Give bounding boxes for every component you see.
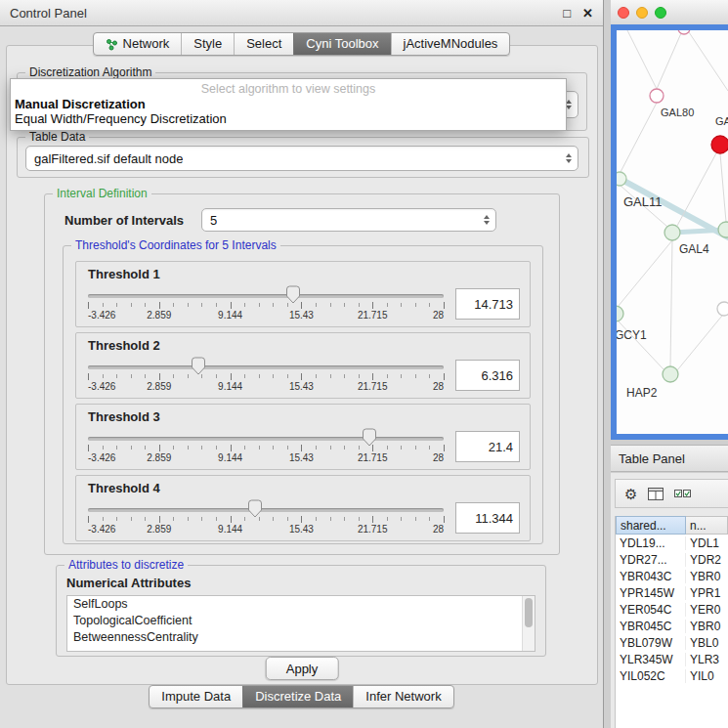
node-label: GA bbox=[715, 115, 728, 127]
cell-shared-name: YBL079W bbox=[616, 636, 686, 650]
network-view-window: GAL80GAGAL11GAL4GCY1HAP2 bbox=[611, 0, 728, 440]
window-title: Control Panel bbox=[10, 6, 87, 21]
table-row[interactable]: YDL19...YDL1 bbox=[616, 535, 728, 551]
tab-label: Select bbox=[246, 36, 281, 52]
control-panel-window: Control Panel □ ✕ Network Style bbox=[0, 0, 604, 728]
columns-icon[interactable] bbox=[648, 488, 664, 500]
tab-discretize-data[interactable]: Discretize Data bbox=[242, 686, 353, 707]
network-node[interactable] bbox=[664, 225, 680, 240]
network-canvas-border: GAL80GAGAL11GAL4GCY1HAP2 bbox=[611, 24, 728, 440]
float-window-icon[interactable]: □ bbox=[563, 6, 571, 21]
tick-label: 9.144 bbox=[218, 524, 242, 535]
table-data-select[interactable]: galFiltered.sif default node bbox=[25, 146, 578, 171]
tick-label: 28 bbox=[433, 310, 444, 321]
list-item[interactable]: TopologicalCoefficient bbox=[67, 613, 535, 629]
network-edge[interactable] bbox=[689, 32, 728, 91]
threshold-value-field[interactable]: 6.316 bbox=[455, 360, 520, 391]
network-edge[interactable] bbox=[677, 316, 722, 370]
table-row[interactable]: YBL079WYBL0 bbox=[616, 634, 728, 651]
apply-button[interactable]: Apply bbox=[266, 657, 339, 680]
algorithm-dropdown-popup: Select algorithm to view settings Manual… bbox=[10, 78, 567, 131]
number-of-intervals-label: Number of Intervals bbox=[64, 213, 184, 228]
tab-style[interactable]: Style bbox=[181, 33, 234, 55]
table-row[interactable]: YLR345WYLR3 bbox=[616, 651, 728, 667]
cell-shared-name: YBR043C bbox=[616, 570, 686, 583]
network-edge[interactable] bbox=[618, 240, 672, 307]
network-edge[interactable] bbox=[677, 151, 717, 226]
minimize-traffic-light-icon[interactable] bbox=[636, 7, 648, 19]
dropdown-option-equal-width-frequency[interactable]: Equal Width/Frequency Discretization bbox=[11, 111, 566, 126]
network-edge[interactable] bbox=[670, 240, 672, 366]
slider-track[interactable] bbox=[88, 508, 444, 512]
network-node[interactable] bbox=[663, 366, 678, 382]
table-row[interactable]: YBR043CYBR0 bbox=[616, 568, 728, 584]
dropdown-option-manual-discretization[interactable]: Manual Discretization bbox=[11, 97, 566, 111]
threshold-slider[interactable]: -3.4262.8599.14415.4321.71528 bbox=[88, 496, 444, 539]
tab-jactivemnodules[interactable]: jActiveMNodules bbox=[391, 33, 510, 55]
tab-network[interactable]: Network bbox=[94, 33, 182, 55]
threshold-value-field[interactable]: 14.713 bbox=[455, 288, 520, 320]
control-panel-titlebar: Control Panel □ ✕ bbox=[0, 0, 603, 26]
list-scrollbar[interactable] bbox=[522, 596, 535, 651]
tab-infer-network[interactable]: Infer Network bbox=[353, 686, 452, 707]
slider-track[interactable] bbox=[88, 437, 444, 441]
network-edge[interactable] bbox=[657, 33, 681, 89]
scrollbar-thumb[interactable] bbox=[525, 598, 533, 627]
combo-arrows-icon bbox=[566, 153, 572, 163]
threshold-slider[interactable]: -3.4262.8599.14415.4321.71528 bbox=[88, 425, 444, 468]
tab-label: Cyni Toolbox bbox=[306, 36, 378, 52]
column-header-name[interactable]: n... bbox=[686, 516, 728, 535]
slider-track[interactable] bbox=[88, 365, 444, 369]
zoom-traffic-light-icon[interactable] bbox=[655, 7, 666, 19]
network-edge[interactable] bbox=[621, 103, 657, 172]
network-node[interactable] bbox=[718, 222, 728, 237]
table-row[interactable]: YBR045CYBR0 bbox=[616, 618, 728, 634]
slider-tick-labels: -3.4262.8599.14415.4321.71528 bbox=[88, 452, 444, 464]
network-node[interactable] bbox=[678, 30, 690, 34]
tick-label: 2.859 bbox=[147, 524, 171, 535]
network-node[interactable] bbox=[650, 89, 664, 103]
table-row[interactable]: YIL052CYIL0 bbox=[616, 667, 728, 684]
table-row[interactable]: YDR27...YDR2 bbox=[616, 551, 728, 568]
tab-label: Discretize Data bbox=[255, 689, 341, 705]
number-of-intervals-select[interactable]: 5 bbox=[201, 208, 496, 232]
tick-label: 9.144 bbox=[218, 310, 242, 321]
group-title: Discretization Algorithm bbox=[25, 65, 155, 79]
cell-shared-name: YPR145W bbox=[616, 586, 686, 600]
cyni-toolbox-panel: Discretization Algorithm Table Data galF… bbox=[6, 45, 598, 685]
table-row[interactable]: YER054CYER0 bbox=[616, 601, 728, 618]
tick-label: 15.43 bbox=[289, 524, 314, 535]
table-row[interactable]: YPR145WYPR1 bbox=[616, 584, 728, 601]
tab-impute-data[interactable]: Impute Data bbox=[150, 686, 242, 707]
screen: Control Panel □ ✕ Network Style bbox=[0, 0, 728, 728]
gear-icon[interactable]: ⚙ bbox=[624, 487, 637, 501]
list-item[interactable]: SelfLoops bbox=[67, 596, 535, 613]
numerical-attributes-list: SelfLoopsTopologicalCoefficientBetweenne… bbox=[66, 595, 535, 652]
select-columns-icon[interactable] bbox=[674, 490, 691, 498]
network-node[interactable] bbox=[711, 136, 728, 153]
slider-track[interactable] bbox=[88, 294, 444, 298]
tab-select[interactable]: Select bbox=[234, 33, 293, 55]
network-canvas[interactable]: GAL80GAGAL11GAL4GCY1HAP2 bbox=[617, 30, 728, 434]
threshold-value-field[interactable]: 21.4 bbox=[455, 431, 520, 462]
table-toolbar: ⚙ bbox=[615, 479, 728, 508]
threshold-label: Threshold 4 bbox=[88, 481, 520, 496]
network-node[interactable] bbox=[617, 172, 626, 186]
threshold-slider[interactable]: -3.4262.8599.14415.4321.71528 bbox=[88, 282, 444, 325]
node-label: HAP2 bbox=[626, 386, 658, 400]
network-node[interactable] bbox=[617, 306, 623, 321]
node-table: shared... n... YDL19...YDL1YDR27...YDR2Y… bbox=[615, 516, 728, 728]
network-node[interactable] bbox=[717, 302, 728, 316]
threshold-value-field[interactable]: 11.344 bbox=[455, 502, 520, 534]
threshold-slider[interactable]: -3.4262.8599.14415.4321.71528 bbox=[88, 354, 444, 397]
column-header-shared-name[interactable]: shared... bbox=[616, 516, 686, 535]
network-edge[interactable] bbox=[624, 30, 657, 89]
table-header-row: shared... n... bbox=[616, 516, 728, 535]
tab-cyni-toolbox[interactable]: Cyni Toolbox bbox=[293, 33, 390, 55]
slider-ticks bbox=[88, 516, 444, 524]
network-window-titlebar bbox=[611, 0, 728, 25]
close-traffic-light-icon[interactable] bbox=[618, 7, 629, 19]
close-icon[interactable]: ✕ bbox=[582, 6, 593, 21]
list-item[interactable]: BetweennessCentrality bbox=[67, 629, 535, 646]
network-edge[interactable] bbox=[720, 153, 726, 222]
